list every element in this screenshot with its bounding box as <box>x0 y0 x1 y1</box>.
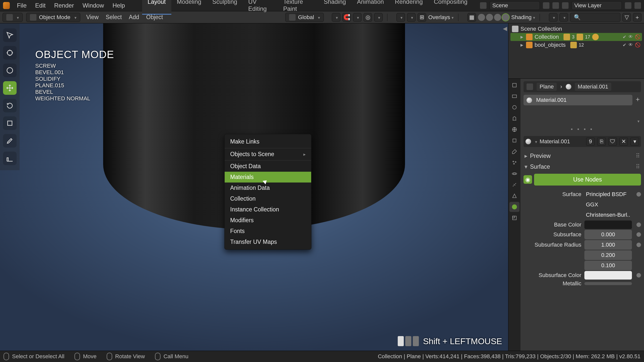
prop-value[interactable]: 0.200 <box>584 250 632 260</box>
node-socket-icon[interactable] <box>636 222 641 227</box>
vp-menu-object[interactable]: Object <box>146 14 163 21</box>
workspace-tab-rendering[interactable]: Rendering <box>389 0 428 15</box>
tab-texture[interactable] <box>509 213 519 223</box>
viewlayer-remove-icon[interactable] <box>634 2 641 9</box>
tab-scene[interactable] <box>509 113 519 123</box>
outliner-filter-icon[interactable]: ▽ <box>622 13 631 22</box>
vp-menu-view[interactable]: View <box>86 14 99 21</box>
ctx-modifiers[interactable]: Modifiers <box>225 215 311 226</box>
node-socket-icon[interactable] <box>636 192 641 197</box>
proportional-type-dropdown[interactable] <box>374 13 383 22</box>
material-slot[interactable]: Material.001 <box>524 95 632 105</box>
tab-modifiers[interactable] <box>509 147 519 157</box>
use-nodes-button[interactable]: ◉ Use Nodes <box>534 174 641 186</box>
prop-value[interactable] <box>584 282 632 285</box>
panel-grip-icon[interactable]: ⠿ <box>636 153 640 159</box>
scene-name-field[interactable]: Scene <box>490 1 540 10</box>
tab-material[interactable] <box>509 202 519 212</box>
vp-menu-select[interactable]: Select <box>106 14 122 21</box>
shading-solid-icon[interactable] <box>486 14 493 21</box>
panel-surface-header[interactable]: ▾ Surface ⠿ <box>524 161 641 172</box>
workspace-tab-layout[interactable]: Layout <box>142 0 171 15</box>
tab-data[interactable] <box>509 191 519 201</box>
base-color-swatch[interactable] <box>584 220 632 229</box>
tab-world[interactable] <box>509 124 519 134</box>
visibility-icon[interactable]: 👁 <box>628 42 633 48</box>
outliner-new-collection-icon[interactable]: ＋ <box>633 13 641 22</box>
outliner-row-bool[interactable]: ▸ bool_objects 12 ✔ 👁 🚫 <box>510 41 642 49</box>
outliner-editor-type[interactable] <box>549 13 557 22</box>
prop-value[interactable]: 0.100 <box>584 261 632 270</box>
snap-type-dropdown[interactable] <box>353 13 361 22</box>
tool-measure[interactable] <box>3 152 17 165</box>
panel-preview-header[interactable]: ▸ Preview ⠿ <box>524 151 641 161</box>
3d-viewport[interactable]: ◀ OBJECT MODE SCREW BEVEL.001 SOLIDIFY P… <box>0 23 508 351</box>
tab-output[interactable] <box>509 91 519 101</box>
node-socket-icon[interactable] <box>636 273 641 278</box>
disable-icon[interactable]: 🚫 <box>635 42 640 48</box>
pivot-dropdown[interactable] <box>332 13 340 22</box>
outliner-row-collection[interactable]: ▸ Collection 3 17 ✔ 👁 🚫 <box>510 33 642 41</box>
object-visibility-dropdown[interactable] <box>396 13 405 22</box>
workspace-tab-shading[interactable]: Shading <box>318 0 351 15</box>
ctx-collection[interactable]: Collection <box>225 193 311 204</box>
expand-caret-icon[interactable]: ▸ <box>519 34 524 40</box>
outliner-display-mode[interactable] <box>559 13 568 22</box>
ctx-transfer-uv[interactable]: Transfer UV Maps <box>225 237 311 247</box>
workspace-tab-animation[interactable]: Animation <box>351 0 389 15</box>
material-fakeuser-icon[interactable]: 🛡 <box>608 138 617 146</box>
workspace-tab-texturepaint[interactable]: Texture Paint <box>278 0 318 15</box>
snap-toggle[interactable]: 🧲 <box>342 13 351 22</box>
breadcrumb-material[interactable]: Material.001 <box>575 83 611 91</box>
outliner-panel[interactable]: Scene Collection ▸ Collection 3 17 ✔ 👁 🚫 <box>508 23 644 79</box>
mode-dropdown[interactable]: Object Mode <box>26 13 80 22</box>
menu-help[interactable]: Help <box>112 2 125 9</box>
material-newcopy-icon[interactable]: ⎘ <box>597 138 606 146</box>
shading-label[interactable]: Shading <box>511 14 535 21</box>
prop-sss-method-value[interactable]: Christensen-Burl.. <box>584 210 632 220</box>
material-unlink-icon[interactable]: ✕ <box>619 138 628 146</box>
prop-value[interactable]: 0.000 <box>584 230 632 239</box>
tab-physics[interactable] <box>509 169 519 179</box>
tool-move[interactable] <box>3 81 17 95</box>
exclude-toggle-icon[interactable]: ✔ <box>623 42 626 48</box>
tool-select-box[interactable] <box>3 28 17 42</box>
tool-scale[interactable] <box>3 116 17 130</box>
slot-add-button[interactable]: ＋ <box>634 95 641 104</box>
prop-distribution-value[interactable]: GGX <box>584 200 632 209</box>
transform-orientation[interactable]: Global <box>285 13 324 22</box>
tool-rotate[interactable] <box>3 99 17 112</box>
tab-viewlayer[interactable] <box>509 102 519 112</box>
blender-logo[interactable] <box>3 2 10 9</box>
menu-render[interactable]: Render <box>54 2 74 9</box>
proportional-toggle[interactable]: ◎ <box>364 13 372 22</box>
node-socket-icon[interactable] <box>636 243 641 247</box>
scene-delete-icon[interactable] <box>552 2 559 9</box>
tool-cursor[interactable] <box>3 46 17 60</box>
tab-object[interactable] <box>509 135 519 146</box>
outliner-search[interactable]: 🔍 <box>570 13 620 22</box>
visibility-icon[interactable]: 👁 <box>628 34 633 40</box>
material-browse-button[interactable] <box>534 138 537 145</box>
gizmo-dropdown[interactable] <box>407 13 416 22</box>
tab-render[interactable] <box>509 80 519 90</box>
workspace-tab-sculpting[interactable]: Sculpting <box>207 0 243 15</box>
slot-menu-button[interactable] <box>636 117 639 124</box>
ctx-object-data[interactable]: Object Data <box>225 161 311 172</box>
shading-wire-icon[interactable] <box>478 14 485 21</box>
slot-resize-handle[interactable]: • • • • <box>524 126 641 132</box>
viewlayer-name-field[interactable]: View Layer <box>572 1 622 10</box>
workspace-tab-compositing[interactable]: Compositing <box>428 0 473 15</box>
subsurface-color-swatch[interactable] <box>584 271 632 280</box>
panel-grip-icon[interactable]: ⠿ <box>636 163 640 170</box>
outliner-scene-collection[interactable]: Scene Collection <box>510 25 642 33</box>
viewlayer-add-icon[interactable] <box>625 2 631 9</box>
material-new-icon[interactable]: ▾ <box>630 138 639 146</box>
shading-lookdev-icon[interactable] <box>494 14 501 21</box>
menu-window[interactable]: Window <box>83 2 104 9</box>
disable-icon[interactable]: 🚫 <box>635 34 640 40</box>
ctx-objects-to-scene[interactable]: Objects to Scene <box>225 149 311 160</box>
xray-toggle[interactable]: ▦ <box>467 13 476 22</box>
vp-menu-add[interactable]: Add <box>129 14 139 21</box>
editor-type-dropdown[interactable] <box>3 13 23 22</box>
